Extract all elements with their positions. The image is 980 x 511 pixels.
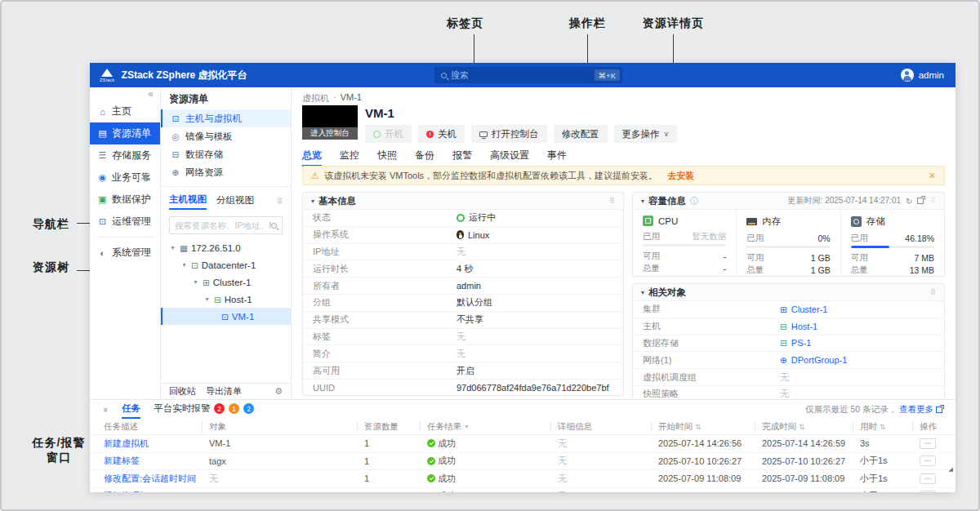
install-link[interactable]: 去安装 — [667, 170, 694, 182]
app-window: ZStack ZStack ZSphere 虚拟化平台 ⌘+K admin « … — [90, 63, 956, 492]
info-row: 简介无 — [303, 345, 623, 362]
power-off-button[interactable]: 关机 — [418, 125, 465, 143]
resource-panel-title: 资源清单 — [161, 87, 291, 109]
row-more-button[interactable]: ⋯ — [920, 491, 936, 492]
drag-handle-icon[interactable]: ⠿ — [930, 288, 936, 296]
tab-overview[interactable]: 总览 — [302, 146, 322, 167]
related-objects-header: ▾ 相关对象 ⠿ — [633, 284, 944, 301]
tree-node-cluster[interactable]: ▾ ⊞ Cluster-1 — [161, 273, 291, 291]
collapse-caret-icon[interactable]: ▾ — [311, 198, 314, 205]
row-more-button[interactable]: ⋯ — [920, 455, 936, 466]
filter-icon[interactable]: ▼ — [464, 424, 470, 429]
expand-arrow-icon[interactable]: ▾ — [169, 244, 176, 251]
expand-arrow-icon[interactable]: ▾ — [203, 295, 211, 303]
tree-search-input[interactable] — [175, 220, 271, 230]
task-desc-link[interactable]: 新建虚拟机 — [104, 438, 202, 450]
external-link-icon[interactable] — [917, 198, 924, 204]
inventory-item-hosts-vms[interactable]: ⊡ 主机与虚拟机 — [161, 109, 291, 127]
alarm-badge-critical: 2 — [214, 403, 225, 414]
row-more-button[interactable]: ⋯ — [920, 438, 936, 449]
export-list-link[interactable]: 导出清单 — [206, 385, 242, 398]
console-thumbnail[interactable]: 进入控制台 — [302, 105, 358, 140]
tab-alarm[interactable]: 报警 — [452, 146, 472, 167]
linux-icon — [457, 230, 464, 239]
collapse-caret-icon[interactable]: ▾ — [641, 289, 644, 296]
datacenter-icon: ⊡ — [191, 260, 198, 270]
memory-usage-bar — [746, 246, 830, 248]
annotation-nav-bar: 导航栏 — [33, 217, 69, 232]
refresh-icon[interactable]: ↻ — [906, 197, 912, 206]
expand-arrow-icon[interactable]: ▾ — [180, 261, 188, 269]
drag-handle-icon[interactable]: ⠿ — [609, 197, 615, 205]
sidebar-item-storage[interactable]: ☰ 存储服务 — [90, 144, 160, 167]
network-link[interactable]: ⊕DPortGroup-1 — [780, 355, 847, 365]
task-desc-link[interactable]: 新建标签 — [104, 455, 202, 467]
datastore-link[interactable]: ⊟PS-1 — [780, 338, 811, 348]
cluster-link[interactable]: ⊞Cluster-1 — [780, 304, 827, 314]
sidebar-collapse-icon[interactable]: « — [90, 87, 160, 100]
avatar-icon — [901, 69, 914, 82]
host-link[interactable]: ⊟Host-1 — [780, 322, 817, 331]
collapse-caret-icon[interactable]: ▾ — [641, 198, 644, 205]
inventory-item-images[interactable]: ◎ 镜像与模板 — [161, 127, 291, 145]
expand-arrow-icon[interactable]: ▾ — [192, 278, 199, 286]
tree-node-host[interactable]: ▾ ⊟ Host-1 — [161, 291, 291, 308]
open-console-button[interactable]: 打开控制台 — [471, 125, 547, 143]
sidebar-item-ops[interactable]: ⊡ 运维管理 — [90, 211, 160, 233]
sort-icon[interactable]: ⇅ — [695, 423, 702, 431]
view-settings-icon[interactable]: ⠿ — [277, 198, 283, 206]
resize-handle-icon[interactable]: ◢ — [949, 466, 953, 473]
tab-snapshot[interactable]: 快照 — [377, 146, 397, 167]
panel-collapse-icon[interactable]: » — [101, 407, 111, 411]
sidebar-item-data-protect[interactable]: ▣ 数据保护 — [90, 189, 160, 211]
row-more-button[interactable]: ⋯ — [920, 473, 936, 484]
tab-tasks[interactable]: 任务 — [122, 400, 140, 419]
sidebar-item-home[interactable]: ⌂ 主页 — [90, 100, 160, 122]
task-desc-link[interactable]: 修改配置:会话超时时间 — [104, 473, 202, 485]
inventory-item-network[interactable]: ⊕ 网络资源 — [161, 163, 291, 181]
breadcrumb: 虚拟机 · VM-1 — [302, 92, 362, 104]
tab-backup[interactable]: 备份 — [415, 146, 434, 167]
tab-monitor[interactable]: 监控 — [340, 146, 359, 167]
recycle-bin-link[interactable]: 回收站 — [169, 385, 196, 398]
gear-icon[interactable]: ⚙ — [274, 386, 283, 397]
task-desc-link[interactable]: 添加物理机 — [104, 490, 202, 492]
tab-group-view[interactable]: 分组视图 — [216, 194, 254, 209]
more-actions-button[interactable]: 更多操作 ∨ — [614, 125, 678, 143]
sort-icon[interactable]: ⇅ — [880, 423, 886, 431]
global-search-input[interactable] — [451, 70, 595, 80]
info-row: 状态运行中 — [303, 210, 623, 227]
global-search[interactable]: ⌘+K — [434, 67, 622, 83]
annotation-resource-tree: 资源树 — [33, 260, 69, 275]
tab-host-view[interactable]: 主机视图 — [169, 193, 207, 210]
resource-panel: 资源清单 ⊡ 主机与虚拟机 ◎ 镜像与模板 ⊟ 数据存储 ⊕ 网络资源 主机视图… — [161, 87, 292, 399]
modify-config-button[interactable]: 修改配置 — [554, 125, 608, 143]
tree-node-site[interactable]: ▾ ▦ 172.26.51.0 — [161, 239, 291, 256]
user-menu[interactable]: admin — [901, 63, 944, 87]
sidebar-item-inventory[interactable]: ▤ 资源清单 — [90, 122, 160, 144]
running-status-icon — [457, 214, 465, 222]
sidebar-item-reliability[interactable]: ◉ 业务可靠 — [90, 167, 160, 189]
search-icon — [441, 73, 447, 78]
breadcrumb-parent[interactable]: 虚拟机 — [302, 92, 329, 104]
sidebar-divider — [96, 237, 154, 238]
sidebar-item-system[interactable]: ◐ 系统管理 — [90, 242, 160, 264]
power-on-icon — [373, 131, 381, 138]
drag-handle-icon[interactable]: ⠿ — [930, 197, 936, 205]
inventory-item-datastore[interactable]: ⊟ 数据存储 — [161, 145, 291, 163]
tree-node-vm[interactable]: ⊡ VM-1 — [161, 308, 291, 325]
tab-events[interactable]: 事件 — [547, 146, 567, 167]
enter-console-button[interactable]: 进入控制台 — [302, 127, 358, 140]
tree-node-datacenter[interactable]: ▾ ⊡ Datacenter-1 — [161, 256, 291, 273]
tab-realtime-alarms[interactable]: 平台实时报警 2 1 2 — [154, 400, 254, 419]
power-on-button[interactable]: 开机 — [365, 125, 412, 143]
sort-icon[interactable]: ⇅ — [799, 423, 805, 431]
close-icon[interactable]: ✕ — [929, 171, 936, 181]
shortcut-badge: ⌘+K — [595, 69, 620, 81]
network-icon: ⊕ — [780, 355, 787, 365]
tab-advanced[interactable]: 高级设置 — [490, 146, 529, 167]
view-more-link[interactable]: 查看更多 — [899, 404, 933, 415]
action-bar: 开机 关机 打开控制台 修改配置 更多操作 ∨ — [365, 125, 677, 143]
tree-search-box[interactable] — [169, 216, 283, 234]
host-icon: ⊟ — [780, 322, 787, 331]
